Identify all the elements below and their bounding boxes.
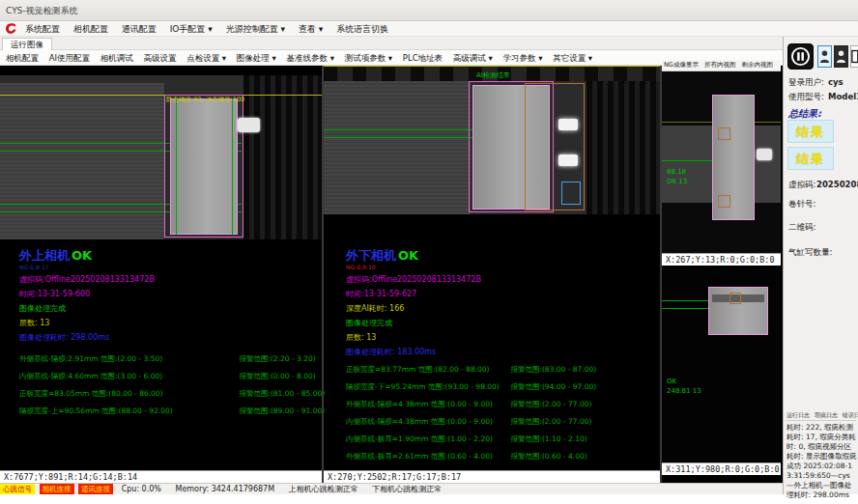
tool-advanced-settings[interactable]: 高级设置 xyxy=(143,53,176,63)
side1-tab-blob xyxy=(757,149,772,160)
side2-coord-bar: X:311;Y:980;R:0;G:0;B:0 xyxy=(662,462,781,475)
menu-io-config[interactable]: IO手配置 ▾ xyxy=(170,24,213,34)
pause-button[interactable] xyxy=(787,43,814,70)
menu-items: 系统配置 相机配置 通讯配置 IO手配置 ▾ 光源控制配置 ▾ 查看 ▾ 系统语… xyxy=(25,21,399,37)
tool-other-settings[interactable]: 其它设置 ▾ xyxy=(553,53,592,63)
menu-camera-config[interactable]: 相机配置 xyxy=(73,24,108,34)
log-tab-run[interactable]: 运行日志 xyxy=(786,411,810,418)
measurement-row: 内侧基线-隔膜:4.60mm 范围:(3.00 - 6.00) 报警范围:(0.… xyxy=(19,372,314,381)
middle-camera-title: 外下相机OK xyxy=(346,247,655,265)
tool-baseline-params[interactable]: 基准线参数 ▾ xyxy=(286,53,333,63)
tab-run-image[interactable]: 运行图像 xyxy=(2,38,52,50)
status-bar: 心跳信号 相机连接 通讯连接 Cpu: 0.0% Memory: 3424.41… xyxy=(0,483,783,494)
side1-annotation: OK 13 xyxy=(667,178,687,186)
pause-icon xyxy=(790,46,811,67)
middle-detect-rect xyxy=(561,182,581,205)
log-text[interactable]: 耗时: 222, 瑕疵检测耗时: 17, 瑕疵分类耗时: 0, 瑕疵视频分区耗时… xyxy=(786,423,857,490)
measurement-row: 正极宽度=83.05mm 范围:(80.00 - 86.00) 报警范围:(81… xyxy=(19,389,314,399)
middle-ai-time: 深度AI耗时: 166 xyxy=(346,303,655,314)
side-camera-image-1[interactable]: 88.18 OK 13 xyxy=(662,71,781,253)
measurement-row: 外侧基线-隔膜:2.91mm 范围:(2.00 - 3.50) 报警范围:(2.… xyxy=(19,354,314,364)
middle-ai-label: AI检测结果 xyxy=(476,71,510,80)
middle-coord-bar: X:270;Y:2502;R:17;G:17;B:17 xyxy=(324,470,660,483)
left-cell-region xyxy=(170,98,238,235)
side-views-column: NG成像显示 所有内视图 剩余内视图 88.18 OK 13 X:267;Y:1… xyxy=(662,66,781,483)
tool-learning-params[interactable]: 学习参数 ▾ xyxy=(503,53,543,63)
tool-spot-check[interactable]: 点检设置 ▾ xyxy=(186,53,226,63)
tool-test-params[interactable]: 测试项参数 ▾ xyxy=(345,53,392,63)
tool-ai-config[interactable]: AI使用配置 xyxy=(49,53,90,63)
user-dark-button[interactable] xyxy=(834,45,848,68)
side1-detect-square xyxy=(718,195,730,208)
tool-image-processing[interactable]: 图像处理 ▾ xyxy=(237,53,276,63)
measurement-row: 内侧基线-隔膜=4.38mm 范围:(0.00 - 9.00) 报警范围:(2.… xyxy=(346,417,655,427)
side2-detect-square xyxy=(729,293,741,304)
tab-strip: 运行图像 xyxy=(0,37,783,50)
user-icon xyxy=(836,49,846,64)
lower-camera-heartbeat: 下相机心跳检测正常 xyxy=(372,485,442,493)
menu-system-config[interactable]: 系统配置 xyxy=(25,24,60,34)
menu-bar: 系统配置 相机配置 通讯配置 IO手配置 ▾ 光源控制配置 ▾ 查看 ▾ 系统语… xyxy=(0,21,858,37)
left-status-ok: OK xyxy=(72,248,92,263)
side1-detect-square xyxy=(718,127,730,140)
app-window: CYS-视觉检测系统 系统配置 相机配置 通讯配置 IO手配置 ▾ 光源控制配置… xyxy=(0,0,858,504)
left-layer-count: 层数: 13 xyxy=(19,318,314,328)
left-coord-bar: X:7677;Y:891;R:14;G:14;B:14 xyxy=(0,470,322,483)
measurement-row: 外侧基线-极耳=2.61mm 范围:(0.60 - 4.00) 报警范围:(0.… xyxy=(346,452,655,462)
left-camera-title: 外上相机OK xyxy=(19,247,314,265)
middle-highlight-spot xyxy=(558,119,578,130)
exit-button[interactable] xyxy=(850,45,858,68)
left-time: 时间:13-31-59-600 xyxy=(19,289,314,299)
menu-language-switch[interactable]: 系统语言切换 xyxy=(336,24,388,34)
window-title: CYS-视觉检测系统 xyxy=(6,6,78,15)
comm-link-badge: 通讯连接 xyxy=(78,484,113,494)
app-logo-icon xyxy=(4,22,18,36)
side1-coord-bar: X:267;Y:13;R:0;G:0;B:0 xyxy=(662,253,781,266)
user-badge-icon xyxy=(819,49,830,64)
qr-label: 二维码: xyxy=(788,222,815,234)
tool-camera-config[interactable]: 相机配置 xyxy=(6,53,39,63)
main-view-area: 静态阈值:93, 动态阈值:100 外上相机OK NG:0,B:17 虚拟码:O… xyxy=(0,66,783,483)
middle-process-time: 图像处理耗时: 183.00ms xyxy=(346,347,655,357)
needle-label: 卷针号: xyxy=(788,199,815,210)
tool-plc-table[interactable]: PLC地址表 xyxy=(403,53,443,63)
measurement-row: 隔膜宽度-下=95.24mm 范围:(93.00 - 98.00) 报警范围:(… xyxy=(346,382,655,392)
left-measurements: 外侧基线-隔膜:2.91mm 范围:(2.00 - 3.50) 报警范围:(2.… xyxy=(19,354,314,416)
menu-comm-config[interactable]: 通讯配置 xyxy=(122,24,157,34)
toolbar-items: 相机配置 AI使用配置 相机调试 高级设置 点检设置 ▾ 图像处理 ▾ 基准线参… xyxy=(6,50,600,66)
middle-status-ok: OK xyxy=(398,248,418,263)
middle-measurements: 正极宽度=83.77mm 范围:(82.00 - 88.00) 报警范围:(83… xyxy=(346,365,655,462)
measurement-row: 内侧基线-极耳=1.90mm 范围:(1.00 - 2.20) 报警范围:(1.… xyxy=(346,434,655,444)
middle-process-done: 图像处理完成 xyxy=(346,318,655,328)
camera-link-badge: 相机连接 xyxy=(40,484,74,494)
left-camera-panel: 静态阈值:93, 动态阈值:100 外上相机OK NG:0,B:17 虚拟码:O… xyxy=(0,66,322,483)
middle-camera-image[interactable]: AI检测结果 xyxy=(324,66,660,214)
log-tab-defect[interactable]: 瑕疵日志 xyxy=(815,411,838,418)
side-tab-ng-display[interactable]: NG成像显示 xyxy=(664,61,699,69)
menu-light-config[interactable]: 光源控制配置 ▾ xyxy=(226,24,285,34)
log-tabs: 运行日志 瑕疵日志 错误日志 xyxy=(786,411,856,421)
left-virtual-code: 虚拟码:Offline2025020813313472B xyxy=(19,274,314,285)
tool-advanced-debug[interactable]: 高级调试 ▾ xyxy=(453,53,493,63)
left-camera-image[interactable]: 静态阈值:93, 动态阈值:100 xyxy=(0,75,322,239)
side-tab-rest-inner[interactable]: 剩余内视图 xyxy=(742,61,774,69)
control-panel: 登录用户: cys 使用型号: Model1 总结果: 结果 结果 虚拟码: 2… xyxy=(783,37,858,494)
heartbeat-badge: 心跳信号 xyxy=(0,484,35,494)
middle-result-block: 外下相机OK NG:0,R:10 虚拟码:Offline202502081331… xyxy=(346,247,655,469)
log-tab-error[interactable]: 错误日志 xyxy=(843,411,858,418)
model-value[interactable]: Model1 xyxy=(828,92,858,101)
tool-camera-debug[interactable]: 相机调试 xyxy=(100,53,133,63)
total-result-label: 总结果: xyxy=(788,107,821,121)
cpu-usage: Cpu: 0.0% xyxy=(122,485,161,493)
exit-door-icon xyxy=(851,49,858,64)
middle-highlight-spot xyxy=(558,154,578,166)
middle-camera-panel: AI检测结果 外下相机OK NG:0,R:10 虚拟码:Offline20250… xyxy=(324,66,660,483)
user-badge-button[interactable] xyxy=(817,45,832,68)
memory-usage: Memory: 3424.4179687M xyxy=(175,485,274,493)
menu-view[interactable]: 查看 ▾ xyxy=(299,24,323,34)
side-camera-image-2[interactable]: OK 248.81 13 xyxy=(662,266,781,462)
side-tab-all-inner[interactable]: 所有内视图 xyxy=(704,61,736,69)
left-process-done: 图像处理完成 xyxy=(19,303,314,314)
side2-annotation: OK xyxy=(667,378,676,386)
cylinder-count-label: 气缸写数量: xyxy=(788,247,832,259)
